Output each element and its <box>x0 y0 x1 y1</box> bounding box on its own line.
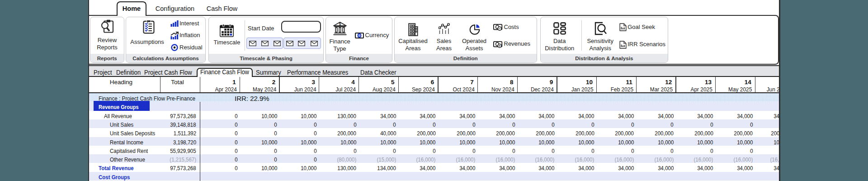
svg-text:+: + <box>499 44 501 48</box>
svg-text:0: 0 <box>358 33 360 38</box>
svg-text:−: − <box>499 27 501 31</box>
